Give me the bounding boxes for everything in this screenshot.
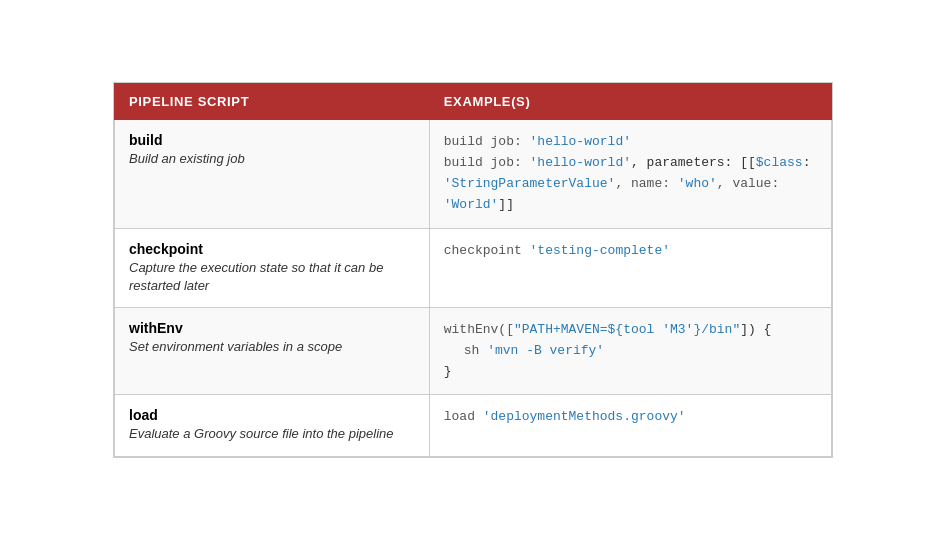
code-part: 'StringParameterValue' bbox=[444, 176, 616, 191]
col-header-examples: Example(s) bbox=[429, 84, 831, 120]
code-cell-load: load 'deploymentMethods.groovy' bbox=[429, 395, 831, 456]
command-name-withEnv: withEnv bbox=[129, 320, 415, 336]
code-part: 'who' bbox=[678, 176, 717, 191]
code-part: build job: bbox=[444, 155, 530, 170]
command-cell-build: buildBuild an existing job bbox=[115, 120, 430, 228]
code-part: 'hello-world' bbox=[530, 155, 631, 170]
command-desc-withEnv: Set environment variables in a scope bbox=[129, 339, 342, 354]
code-part: : bbox=[803, 155, 811, 170]
code-cell-build: build job: 'hello-world'build job: 'hell… bbox=[429, 120, 831, 228]
code-part: , value: bbox=[717, 176, 779, 191]
command-cell-withEnv: withEnvSet environment variables in a sc… bbox=[115, 307, 430, 394]
command-desc-checkpoint: Capture the execution state so that it c… bbox=[129, 260, 383, 293]
code-part: sh bbox=[464, 343, 487, 358]
code-cell-withEnv: withEnv(["PATH+MAVEN=${tool 'M3'}/bin"])… bbox=[429, 307, 831, 394]
code-part: 'World' bbox=[444, 197, 499, 212]
command-desc-build: Build an existing job bbox=[129, 151, 245, 166]
command-desc-load: Evaluate a Groovy source file into the p… bbox=[129, 426, 394, 441]
code-part: ]) { bbox=[740, 322, 771, 337]
code-part: } bbox=[444, 364, 452, 379]
code-part: , name: bbox=[615, 176, 677, 191]
command-name-checkpoint: checkpoint bbox=[129, 241, 415, 257]
command-name-load: load bbox=[129, 407, 415, 423]
code-part: "PATH+MAVEN=${tool 'M3'}/bin" bbox=[514, 322, 740, 337]
command-cell-checkpoint: checkpointCapture the execution state so… bbox=[115, 228, 430, 307]
code-part: 'testing-complete' bbox=[530, 243, 670, 258]
code-part: 'mvn -B verify' bbox=[487, 343, 604, 358]
code-part: , parameters: [[ bbox=[631, 155, 756, 170]
pipeline-script-table: Pipeline Script Example(s) buildBuild an… bbox=[113, 82, 833, 457]
code-part: load bbox=[444, 409, 483, 424]
code-cell-checkpoint: checkpoint 'testing-complete' bbox=[429, 228, 831, 307]
code-part: 'hello-world' bbox=[530, 134, 631, 149]
code-part: withEnv([ bbox=[444, 322, 514, 337]
command-name-build: build bbox=[129, 132, 415, 148]
command-cell-load: loadEvaluate a Groovy source file into t… bbox=[115, 395, 430, 456]
code-part: 'deploymentMethods.groovy' bbox=[483, 409, 686, 424]
code-part: $class bbox=[756, 155, 803, 170]
col-header-pipeline-script: Pipeline Script bbox=[115, 84, 430, 120]
code-part: ]] bbox=[498, 197, 514, 212]
code-part: checkpoint bbox=[444, 243, 530, 258]
code-part: build job: bbox=[444, 134, 530, 149]
